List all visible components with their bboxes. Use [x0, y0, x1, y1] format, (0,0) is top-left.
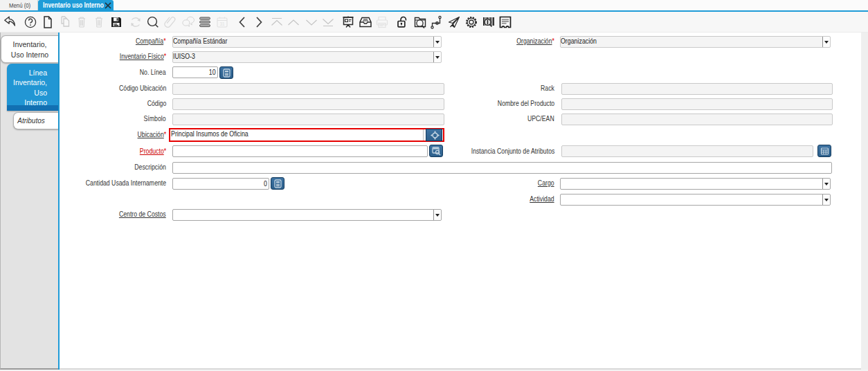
- svg-text:31: 31: [219, 21, 225, 26]
